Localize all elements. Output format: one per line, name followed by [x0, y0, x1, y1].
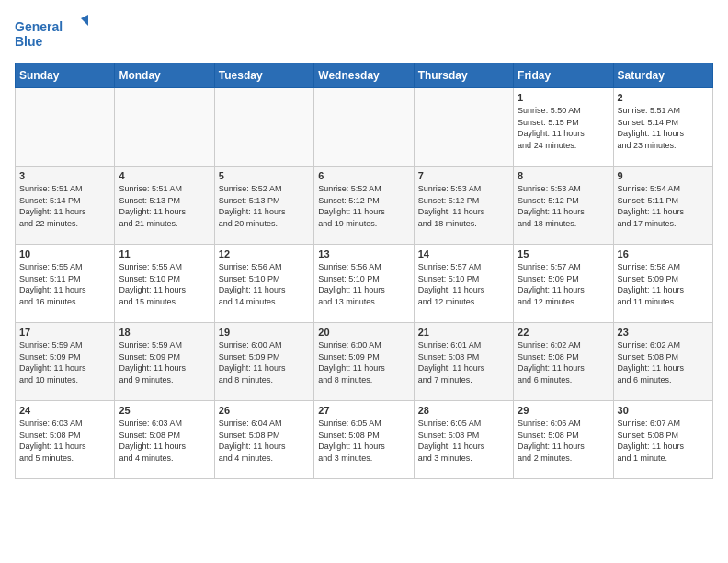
day-number: 27 [318, 405, 409, 416]
cell-info: Sunrise: 6:07 AM [618, 418, 709, 430]
cell-info: Sunset: 5:13 PM [219, 195, 310, 207]
cell-info: and 8 minutes. [318, 374, 409, 386]
logo: General Blue [15, 15, 88, 52]
cell-info: Daylight: 11 hours [219, 362, 310, 374]
calendar-cell: 16Sunrise: 5:58 AMSunset: 5:09 PMDayligh… [613, 245, 712, 323]
calendar-cell: 2Sunrise: 5:51 AMSunset: 5:14 PMDaylight… [613, 88, 712, 167]
calendar-cell: 11Sunrise: 5:55 AMSunset: 5:10 PMDayligh… [115, 245, 214, 323]
cell-info: Sunset: 5:08 PM [518, 430, 609, 442]
cell-info: Sunrise: 6:05 AM [318, 418, 409, 430]
cell-info: Daylight: 11 hours [119, 284, 210, 296]
calendar-week-row: 1Sunrise: 5:50 AMSunset: 5:15 PMDaylight… [16, 88, 713, 167]
cell-info: and 23 minutes. [618, 140, 709, 152]
cell-info: Sunset: 5:15 PM [518, 117, 609, 129]
cell-info: Daylight: 11 hours [219, 441, 310, 453]
calendar-week-row: 17Sunrise: 5:59 AMSunset: 5:09 PMDayligh… [16, 323, 713, 401]
day-number: 12 [219, 248, 310, 259]
calendar-cell [214, 88, 313, 167]
cell-info: Sunset: 5:11 PM [19, 273, 110, 285]
calendar-cell: 12Sunrise: 5:56 AMSunset: 5:10 PMDayligh… [214, 245, 313, 323]
cell-info: Sunset: 5:08 PM [518, 351, 609, 363]
cell-info: Sunset: 5:09 PM [19, 351, 110, 363]
cell-info: Sunset: 5:09 PM [518, 273, 609, 285]
cell-info: Sunrise: 5:55 AM [19, 261, 110, 273]
cell-info: Sunset: 5:08 PM [19, 430, 110, 442]
calendar-header-row: SundayMondayTuesdayWednesdayThursdayFrid… [16, 63, 713, 88]
cell-info: Daylight: 11 hours [318, 284, 409, 296]
day-number: 1 [518, 92, 609, 103]
cell-info: Sunrise: 5:53 AM [518, 183, 609, 195]
cell-info: Sunset: 5:12 PM [418, 195, 509, 207]
cell-info: Daylight: 11 hours [518, 284, 609, 296]
svg-marker-2 [81, 15, 88, 26]
cell-info: Sunrise: 5:58 AM [618, 261, 709, 273]
cell-info: Sunrise: 6:04 AM [219, 418, 310, 430]
calendar-week-row: 10Sunrise: 5:55 AMSunset: 5:11 PMDayligh… [16, 245, 713, 323]
cell-info: Sunset: 5:09 PM [618, 273, 709, 285]
cell-info: Sunset: 5:08 PM [219, 430, 310, 442]
svg-text:Blue: Blue [15, 34, 43, 49]
cell-info: and 3 minutes. [418, 453, 509, 465]
calendar-cell [314, 88, 414, 167]
cell-info: and 3 minutes. [318, 453, 409, 465]
cell-info: and 11 minutes. [618, 296, 709, 308]
calendar-cell: 8Sunrise: 5:53 AMSunset: 5:12 PMDaylight… [514, 167, 613, 245]
cell-info: Sunset: 5:08 PM [618, 430, 709, 442]
svg-text:General: General [15, 19, 63, 34]
cell-info: and 12 minutes. [518, 296, 609, 308]
calendar-cell: 26Sunrise: 6:04 AMSunset: 5:08 PMDayligh… [214, 401, 313, 479]
cell-info: and 9 minutes. [119, 374, 210, 386]
day-number: 19 [219, 327, 310, 338]
cell-info: Daylight: 11 hours [618, 441, 709, 453]
cell-info: Daylight: 11 hours [618, 128, 709, 140]
cell-info: Sunrise: 5:59 AM [119, 339, 210, 351]
cell-info: Sunset: 5:08 PM [119, 430, 210, 442]
day-number: 24 [19, 405, 110, 416]
cell-info: and 6 minutes. [618, 374, 709, 386]
day-number: 25 [119, 405, 210, 416]
cell-info: and 18 minutes. [518, 218, 609, 230]
cell-info: Sunset: 5:10 PM [318, 273, 409, 285]
logo-svg: General Blue [15, 15, 88, 52]
calendar-cell: 21Sunrise: 6:01 AMSunset: 5:08 PMDayligh… [414, 323, 513, 401]
calendar-cell: 4Sunrise: 5:51 AMSunset: 5:13 PMDaylight… [115, 167, 214, 245]
cell-info: Daylight: 11 hours [19, 362, 110, 374]
cell-info: Sunset: 5:08 PM [318, 430, 409, 442]
day-number: 30 [618, 405, 709, 416]
cell-info: Sunrise: 6:02 AM [518, 339, 609, 351]
day-number: 8 [518, 170, 609, 181]
day-number: 23 [618, 327, 709, 338]
calendar-table: SundayMondayTuesdayWednesdayThursdayFrid… [15, 63, 713, 479]
calendar-cell [414, 88, 513, 167]
cell-info: Sunrise: 6:02 AM [618, 339, 709, 351]
calendar-cell: 3Sunrise: 5:51 AMSunset: 5:14 PMDaylight… [16, 167, 115, 245]
cell-info: Sunrise: 5:59 AM [19, 339, 110, 351]
cell-info: Daylight: 11 hours [19, 441, 110, 453]
cell-info: and 8 minutes. [219, 374, 310, 386]
cell-info: Daylight: 11 hours [219, 284, 310, 296]
day-number: 4 [119, 170, 210, 181]
calendar-cell: 10Sunrise: 5:55 AMSunset: 5:11 PMDayligh… [16, 245, 115, 323]
cell-info: Sunrise: 6:03 AM [19, 418, 110, 430]
cell-info: Daylight: 11 hours [119, 362, 210, 374]
cell-info: Sunset: 5:08 PM [618, 351, 709, 363]
weekday-header: Saturday [613, 63, 712, 88]
calendar-cell: 29Sunrise: 6:06 AMSunset: 5:08 PMDayligh… [514, 401, 613, 479]
cell-info: Daylight: 11 hours [518, 441, 609, 453]
page-header: General Blue [15, 15, 713, 52]
cell-info: Sunrise: 6:01 AM [418, 339, 509, 351]
cell-info: Sunrise: 5:52 AM [219, 183, 310, 195]
cell-info: Sunrise: 5:56 AM [219, 261, 310, 273]
cell-info: and 21 minutes. [119, 218, 210, 230]
cell-info: Daylight: 11 hours [19, 206, 110, 218]
cell-info: Daylight: 11 hours [518, 206, 609, 218]
day-number: 17 [19, 327, 110, 338]
day-number: 5 [219, 170, 310, 181]
cell-info: and 18 minutes. [418, 218, 509, 230]
cell-info: and 4 minutes. [219, 453, 310, 465]
cell-info: Daylight: 11 hours [418, 206, 509, 218]
cell-info: Sunrise: 5:57 AM [418, 261, 509, 273]
cell-info: Daylight: 11 hours [518, 128, 609, 140]
calendar-cell: 19Sunrise: 6:00 AMSunset: 5:09 PMDayligh… [214, 323, 313, 401]
cell-info: Sunrise: 5:55 AM [119, 261, 210, 273]
